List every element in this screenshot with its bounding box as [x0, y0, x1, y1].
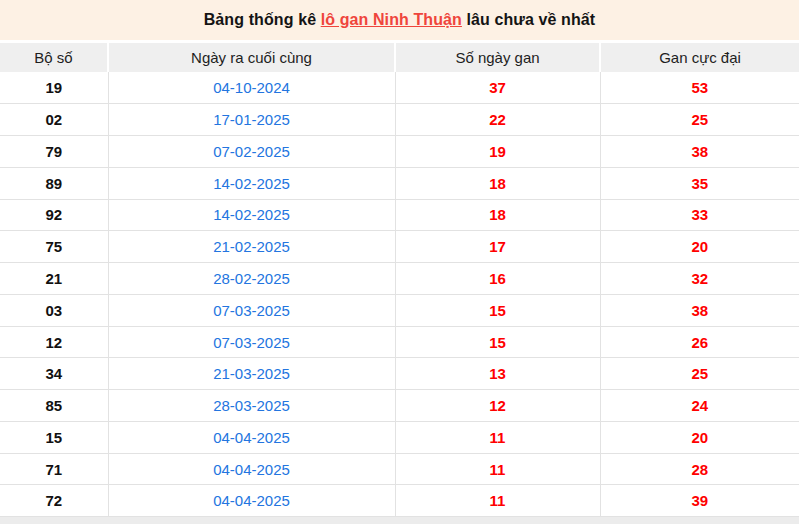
last-date-cell[interactable]: 17-01-2025	[108, 104, 395, 136]
header-gan-cuc-dai: Gan cực đại	[600, 43, 799, 72]
max-gan-cell: 38	[600, 294, 799, 326]
max-gan-cell: 24	[600, 390, 799, 422]
last-date-cell[interactable]: 28-03-2025	[108, 390, 395, 422]
gan-days-cell: 19	[395, 136, 600, 168]
max-gan-cell: 26	[600, 326, 799, 358]
table-row: 7104-04-20251128	[0, 453, 799, 485]
table-row: 7907-02-20251938	[0, 136, 799, 168]
title-bar: Bảng thống kê lô gan Ninh Thuận lâu chưa…	[0, 0, 799, 40]
max-gan-cell: 32	[600, 263, 799, 295]
max-gan-cell: 20	[600, 231, 799, 263]
table-row: 1904-10-20243753	[0, 72, 799, 104]
gan-days-cell: 12	[395, 390, 600, 422]
bo-so-cell: 12	[0, 326, 108, 358]
bo-so-cell: 89	[0, 167, 108, 199]
last-date-cell[interactable]: 07-03-2025	[108, 294, 395, 326]
last-date-cell[interactable]: 21-03-2025	[108, 358, 395, 390]
bo-so-cell: 02	[0, 104, 108, 136]
bo-so-cell: 34	[0, 358, 108, 390]
bo-so-cell: 15	[0, 421, 108, 453]
max-gan-cell: 35	[600, 167, 799, 199]
header-ngay-ra-cuoi-cung: Ngày ra cuối cùng	[108, 43, 395, 72]
gan-days-cell: 15	[395, 326, 600, 358]
lo-gan-table: Bộ số Ngày ra cuối cùng Số ngày gan Gan …	[0, 43, 799, 517]
last-date-cell[interactable]: 04-04-2025	[108, 453, 395, 485]
header-so-ngay-gan: Số ngày gan	[395, 43, 600, 72]
bo-so-cell: 71	[0, 453, 108, 485]
table-row: 7521-02-20251720	[0, 231, 799, 263]
bo-so-cell: 85	[0, 390, 108, 422]
title-suffix: lâu chưa về nhất	[462, 11, 595, 28]
gan-days-cell: 16	[395, 263, 600, 295]
page-title: Bảng thống kê lô gan Ninh Thuận lâu chưa…	[204, 11, 596, 29]
table-row: 3421-03-20251325	[0, 358, 799, 390]
table-row: 8914-02-20251835	[0, 167, 799, 199]
table-header: Bộ số Ngày ra cuối cùng Số ngày gan Gan …	[0, 43, 799, 72]
last-date-cell[interactable]: 21-02-2025	[108, 231, 395, 263]
table-row: 8528-03-20251224	[0, 390, 799, 422]
lo-gan-statistics-page: Bảng thống kê lô gan Ninh Thuận lâu chưa…	[0, 0, 799, 524]
max-gan-cell: 20	[600, 421, 799, 453]
bo-so-cell: 79	[0, 136, 108, 168]
gan-days-cell: 15	[395, 294, 600, 326]
last-date-cell[interactable]: 14-02-2025	[108, 199, 395, 231]
gan-days-cell: 11	[395, 453, 600, 485]
gan-days-cell: 22	[395, 104, 600, 136]
table-row: 9214-02-20251833	[0, 199, 799, 231]
max-gan-cell: 28	[600, 453, 799, 485]
last-date-cell[interactable]: 04-04-2025	[108, 485, 395, 517]
table-body: 1904-10-202437530217-01-202522257907-02-…	[0, 72, 799, 517]
footer-strip	[0, 517, 799, 524]
bo-so-cell: 19	[0, 72, 108, 104]
bo-so-cell: 92	[0, 199, 108, 231]
max-gan-cell: 25	[600, 358, 799, 390]
max-gan-cell: 39	[600, 485, 799, 517]
max-gan-cell: 53	[600, 72, 799, 104]
header-bo-so: Bộ số	[0, 43, 108, 72]
bo-so-cell: 75	[0, 231, 108, 263]
gan-days-cell: 17	[395, 231, 600, 263]
last-date-cell[interactable]: 07-03-2025	[108, 326, 395, 358]
table-row: 0217-01-20252225	[0, 104, 799, 136]
gan-days-cell: 11	[395, 421, 600, 453]
bo-so-cell: 72	[0, 485, 108, 517]
max-gan-cell: 33	[600, 199, 799, 231]
gan-days-cell: 18	[395, 167, 600, 199]
table-row: 0307-03-20251538	[0, 294, 799, 326]
table-row: 7204-04-20251139	[0, 485, 799, 517]
max-gan-cell: 25	[600, 104, 799, 136]
table-row: 2128-02-20251632	[0, 263, 799, 295]
last-date-cell[interactable]: 14-02-2025	[108, 167, 395, 199]
max-gan-cell: 38	[600, 136, 799, 168]
bo-so-cell: 03	[0, 294, 108, 326]
table-row: 1504-04-20251120	[0, 421, 799, 453]
gan-days-cell: 11	[395, 485, 600, 517]
last-date-cell[interactable]: 04-10-2024	[108, 72, 395, 104]
gan-days-cell: 13	[395, 358, 600, 390]
last-date-cell[interactable]: 28-02-2025	[108, 263, 395, 295]
last-date-cell[interactable]: 04-04-2025	[108, 421, 395, 453]
table-row: 1207-03-20251526	[0, 326, 799, 358]
gan-days-cell: 37	[395, 72, 600, 104]
lo-gan-ninh-thuan-link[interactable]: lô gan Ninh Thuận	[321, 11, 462, 28]
title-prefix: Bảng thống kê	[204, 11, 321, 28]
gan-days-cell: 18	[395, 199, 600, 231]
last-date-cell[interactable]: 07-02-2025	[108, 136, 395, 168]
bo-so-cell: 21	[0, 263, 108, 295]
